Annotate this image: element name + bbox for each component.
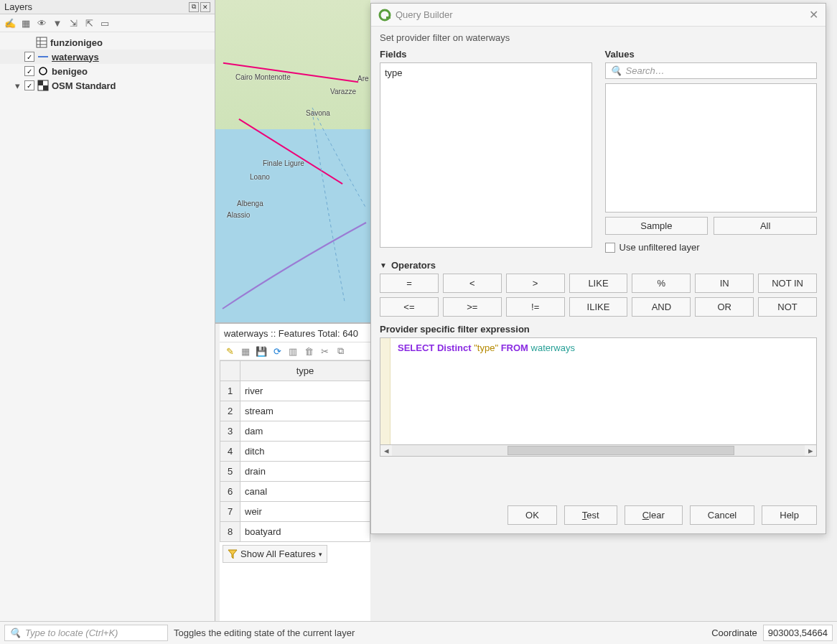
expression-editor[interactable]: SELECT Distinct "type" FROM waterways [380, 337, 817, 445]
table-row[interactable]: 7weir [220, 502, 370, 522]
expression-label: Provider specific filter expression [380, 324, 817, 335]
table-row[interactable]: 1river [220, 381, 370, 401]
table-row[interactable]: 5drain [220, 462, 370, 482]
table-row[interactable]: 6canal [220, 482, 370, 502]
undock-icon[interactable]: ⧉ [189, 2, 199, 12]
layer-checkbox[interactable] [24, 80, 34, 90]
expression-scrollbar[interactable]: ◂ ▸ [380, 445, 817, 457]
table-row[interactable]: 2stream [220, 401, 370, 421]
dialog-title: Query Builder [396, 9, 452, 20]
operator-button[interactable]: LIKE [569, 274, 628, 293]
operator-button[interactable]: NOT [758, 297, 817, 317]
filter-legend-icon[interactable]: ▼ [52, 17, 63, 29]
row-number: 5 [220, 462, 240, 482]
svg-rect-7 [38, 80, 43, 85]
delete-icon[interactable]: 🗑 [303, 345, 314, 357]
attribute-table-panel: waterways :: Features Total: 640 ✎ ▦ 💾 ⟳… [220, 324, 370, 623]
collapse-icon[interactable]: ⇱ [83, 17, 95, 29]
add-group-icon[interactable]: ▦ [20, 17, 32, 29]
table-row[interactable]: 3dam [220, 421, 370, 442]
scroll-right-icon[interactable]: ▸ [805, 445, 816, 456]
expand-icon[interactable]: ▾ [13, 80, 22, 91]
row-number: 6 [220, 482, 240, 502]
dialog-titlebar[interactable]: Query Builder ✕ [371, 4, 826, 27]
expand-icon[interactable]: ⇲ [67, 17, 79, 29]
fields-listbox[interactable]: type [380, 62, 592, 248]
show-all-features-button[interactable]: Show All Features ▾ [223, 545, 327, 563]
layers-panel: Layers ⧉ ✕ ✍ ▦ 👁 ▼ ⇲ ⇱ ▭ funzionigeo wat… [0, 0, 215, 623]
status-bar: 🔍 Type to locate (Ctrl+K) Toggles the ed… [0, 621, 837, 644]
all-button[interactable]: All [714, 217, 817, 235]
clear-button[interactable]: Clear [625, 505, 683, 525]
manage-visibility-icon[interactable]: 👁 [36, 17, 47, 29]
test-button[interactable]: Test [564, 505, 617, 525]
filter-icon [228, 549, 238, 559]
operator-button[interactable]: % [632, 274, 691, 293]
locator-input[interactable]: 🔍 Type to locate (Ctrl+K) [4, 625, 168, 641]
fields-label: Fields [380, 49, 592, 60]
save-icon[interactable]: ▦ [240, 345, 251, 357]
map-label: Savona [306, 109, 330, 117]
unfiltered-checkbox[interactable] [605, 243, 615, 253]
sample-button[interactable]: Sample [605, 217, 709, 235]
svg-rect-8 [43, 85, 48, 90]
layer-item-waterways[interactable]: waterways [0, 50, 215, 64]
row-number: 3 [220, 421, 240, 442]
cut-icon[interactable]: ✂ [319, 345, 330, 357]
scroll-thumb[interactable] [508, 446, 734, 455]
layer-item-osm[interactable]: ▾ OSM Standard [0, 78, 215, 93]
row-number: 2 [220, 401, 240, 421]
help-button[interactable]: Help [762, 505, 817, 525]
cell-value: boatyard [240, 522, 370, 542]
operator-button[interactable]: < [443, 274, 502, 293]
table-row[interactable]: 8boatyard [220, 522, 370, 542]
layers-panel-title: Layers [4, 1, 32, 12]
layer-item-benigeo[interactable]: benigeo [0, 64, 215, 78]
operator-button[interactable]: > [506, 274, 565, 293]
copy-icon[interactable]: ⧉ [335, 345, 346, 357]
operator-button[interactable]: OR [695, 297, 754, 317]
edit-icon[interactable]: ✎ [224, 345, 235, 357]
point-symbol-icon [37, 65, 49, 77]
raster-symbol-icon [37, 80, 49, 91]
save-edits-icon[interactable]: 💾 [256, 345, 267, 357]
cancel-button[interactable]: Cancel [690, 505, 754, 525]
reload-icon[interactable]: ⟳ [271, 345, 283, 357]
operator-button[interactable]: >= [443, 297, 502, 317]
ok-button[interactable]: OK [508, 505, 557, 525]
table-row[interactable]: 4ditch [220, 442, 370, 462]
field-item[interactable]: type [385, 67, 587, 78]
query-builder-dialog: Query Builder ✕ Set provider filter on w… [370, 3, 826, 534]
operator-button[interactable]: NOT IN [758, 274, 817, 293]
map-label: Cairo Montenotte [235, 73, 291, 81]
map-label: Loano [250, 173, 270, 181]
layer-item-funzionigeo[interactable]: funzionigeo [0, 35, 215, 50]
operator-button[interactable]: AND [632, 297, 691, 317]
operator-button[interactable]: != [506, 297, 565, 317]
close-icon[interactable]: ✕ [809, 8, 818, 22]
unfiltered-label: Use unfiltered layer [619, 242, 700, 253]
operator-button[interactable]: = [380, 274, 439, 293]
operator-button[interactable]: ILIKE [569, 297, 628, 317]
layer-checkbox[interactable] [24, 52, 34, 62]
map-label: Alassio [227, 211, 250, 219]
operator-button[interactable]: <= [380, 297, 439, 317]
map-canvas[interactable]: Cairo Montenotte Varazze Are Savona Fina… [215, 0, 370, 324]
operators-section-header[interactable]: Operators [380, 260, 817, 271]
scroll-left-icon[interactable]: ◂ [380, 445, 392, 456]
remove-layer-icon[interactable]: ▭ [99, 17, 111, 29]
coordinate-value[interactable]: 903003,54664 [763, 625, 833, 641]
coordinate-label: Coordinate [711, 627, 757, 638]
row-number: 7 [220, 502, 240, 522]
apply-style-icon[interactable]: ✍ [4, 17, 16, 29]
layer-tree: funzionigeo waterways benigeo ▾ OSM Stan… [0, 32, 215, 95]
svg-point-5 [39, 67, 47, 75]
layer-checkbox[interactable] [24, 66, 34, 76]
cell-value: dam [240, 421, 370, 442]
operator-button[interactable]: IN [695, 274, 754, 293]
values-listbox[interactable] [605, 83, 818, 213]
add-feature-icon[interactable]: ▥ [287, 345, 299, 357]
column-header[interactable]: type [240, 361, 370, 381]
close-panel-icon[interactable]: ✕ [200, 2, 210, 12]
values-search-input[interactable]: 🔍 Search… [605, 62, 818, 79]
